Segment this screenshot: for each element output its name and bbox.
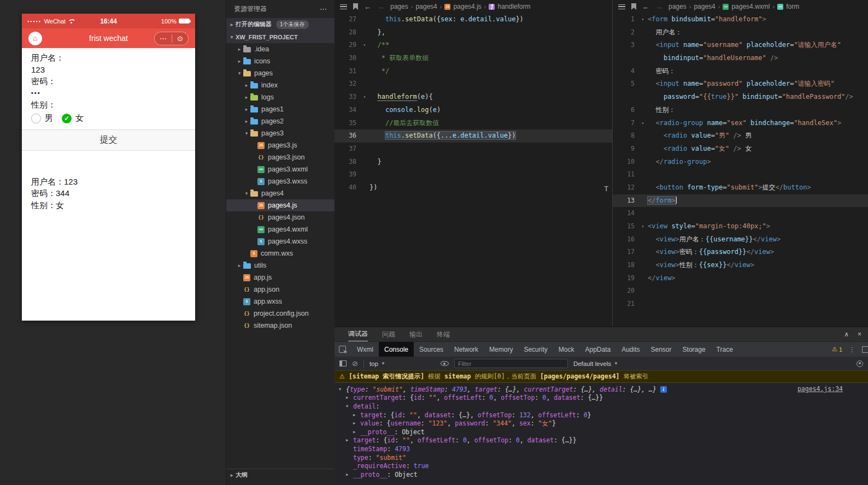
tree-item-pages3[interactable]: ▾pages3 [226, 127, 335, 139]
code-line[interactable]: bindinput="handleUsername" /> [613, 52, 868, 65]
breadcrumb-item[interactable]: pages4 [415, 3, 437, 10]
console-log-row[interactable]: _requireActive: true [335, 462, 868, 470]
tree-item-pages4.js[interactable]: JSpages4.js [226, 199, 335, 211]
code-line[interactable]: 35//最后去获取数值 [335, 117, 612, 130]
tree-item-logs[interactable]: ▸logs [226, 91, 335, 103]
live-expression-icon[interactable] [441, 360, 449, 367]
tree-item-sitemap.json[interactable]: {}sitemap.json [226, 320, 335, 332]
code-line[interactable]: 32 [335, 78, 612, 91]
more-menu-icon[interactable]: ⋯ [155, 32, 172, 45]
panel-tab-问题[interactable]: 问题 [382, 327, 395, 341]
code-line[interactable]: 11 [613, 168, 868, 181]
fold-chevron-icon[interactable]: ▾ [638, 220, 648, 233]
radio-male-unchecked[interactable] [31, 114, 41, 123]
code-line[interactable]: 39 [335, 168, 612, 181]
code-line[interactable]: 19</view> [613, 272, 868, 285]
tree-item-pages1[interactable]: ▸pages1 [226, 103, 335, 115]
devtools-tab-sources[interactable]: Sources [414, 342, 449, 357]
code-line[interactable]: 36this.setData({...e.detail.value}) [335, 129, 612, 143]
code-line[interactable]: 18<view>性别：{{sex}}</view> [613, 259, 868, 272]
devtools-tab-security[interactable]: Security [518, 342, 553, 357]
code-line[interactable]: 6性别： [613, 104, 868, 117]
code-line[interactable]: 3<input name="username" placeholder="请输入… [613, 39, 868, 52]
console-log-row[interactable]: ▶target: {id: "", offsetLeft: 0, offsetT… [335, 436, 868, 445]
breadcrumb-item[interactable]: pages4 [694, 3, 715, 10]
close-panel-icon[interactable]: × [858, 330, 861, 338]
devtools-tab-mock[interactable]: Mock [553, 342, 580, 357]
breadcrumb-item[interactable]: pages [390, 3, 408, 10]
fold-chevron-icon[interactable]: ▾ [638, 13, 648, 26]
source-link[interactable]: pages4.js:34 [797, 385, 843, 393]
code-line[interactable]: 38} [335, 156, 612, 169]
code-line[interactable]: 34console.log(e) [335, 104, 612, 117]
code-line[interactable]: 16<view>用户名：{{username}}</view> [613, 233, 868, 246]
expand-arrow-icon[interactable]: ▶ [353, 413, 360, 417]
console-log-row[interactable]: ▼{type: "submit", timeStamp: 4793, targe… [335, 385, 868, 394]
code-line[interactable]: password="{{true}}" bindinput="handlePas… [613, 91, 868, 104]
exit-icon[interactable]: ⊙ [172, 32, 188, 45]
bookmark-icon[interactable] [631, 3, 636, 10]
code-line[interactable]: 2用户名： [613, 26, 868, 39]
code-line[interactable]: 40}) [335, 181, 612, 194]
collapse-arrow-icon[interactable]: ▼ [339, 387, 346, 392]
console-log-row[interactable]: ▶value: {username: "123", password: "344… [335, 419, 868, 428]
tree-item-app.json[interactable]: {}app.json [226, 283, 335, 295]
tree-item-utils[interactable]: ▸utils [226, 259, 335, 271]
tree-item-pages4[interactable]: ▾pages4 [226, 187, 335, 199]
code-line[interactable]: 4密码： [613, 65, 868, 78]
log-levels-dropdown[interactable]: Default levels ▼ [573, 360, 618, 367]
devtools-tab-wxml[interactable]: Wxml [351, 342, 379, 357]
panel-tab-终端[interactable]: 终端 [437, 327, 450, 341]
outline-section[interactable]: ▸ 大纲 [226, 469, 335, 481]
password-input[interactable]: ••• [31, 87, 186, 99]
collapse-panel-icon[interactable]: ∧ [844, 330, 849, 338]
tree-item-pages2[interactable]: ▸pages2 [226, 115, 335, 127]
devtools-tab-audits[interactable]: Audits [616, 342, 645, 357]
explorer-more-icon[interactable]: ⋯ [320, 5, 327, 13]
open-editors-section[interactable]: ▸ 打开的编辑器 1个未保存 [226, 18, 335, 31]
warning-count-badge[interactable]: ⚠1 [832, 346, 842, 353]
code-line[interactable]: 17<view>密码：{{password}}</view> [613, 246, 868, 259]
clear-console-icon[interactable]: ⊘ [352, 360, 358, 367]
breadcrumb-item[interactable]: pages4.js [453, 3, 481, 10]
devtools-tab-sensor[interactable]: Sensor [646, 342, 677, 357]
code-line[interactable]: 14 [613, 207, 868, 220]
tree-item-index[interactable]: ▸index [226, 79, 335, 91]
panel-tab-输出[interactable]: 输出 [409, 327, 423, 341]
code-line[interactable]: 31*/ [335, 65, 612, 78]
tree-item-pages4.wxss[interactable]: Spages4.wxss [226, 235, 335, 247]
devtools-tab-console[interactable]: Console [379, 342, 414, 357]
breadcrumb-item[interactable]: pages [668, 3, 687, 10]
username-input[interactable]: 123 [31, 64, 186, 76]
devtools-tab-storage[interactable]: Storage [677, 342, 711, 357]
tree-item-icons[interactable]: ▸icons [226, 55, 335, 67]
devtools-tab-memory[interactable]: Memory [484, 342, 518, 357]
code-line[interactable]: 28}, [335, 26, 612, 39]
info-icon[interactable]: i [660, 386, 667, 393]
bookmark-icon[interactable] [353, 3, 358, 10]
tree-item-app.wxss[interactable]: Sapp.wxss [226, 295, 335, 307]
inspect-element-icon[interactable] [339, 346, 346, 353]
forward-icon[interactable]: → [377, 3, 384, 11]
home-button[interactable]: ⌂ [28, 32, 42, 45]
tree-item-pages4.json[interactable]: {}pages4.json [226, 211, 335, 223]
panel-tab-调试器[interactable]: 调试器 [348, 327, 368, 341]
code-line[interactable]: 12<button form-type="submit">提交</button> [613, 181, 868, 194]
expand-arrow-icon[interactable]: ▶ [346, 438, 353, 442]
dock-icon[interactable] [862, 346, 868, 353]
tree-item-pages[interactable]: ▾pages [226, 67, 335, 79]
devtools-tab-trace[interactable]: Trace [711, 342, 738, 357]
code-line[interactable]: 15▾<view style="margin-top:40px;"> [613, 220, 868, 233]
code-line[interactable]: 20 [613, 285, 868, 298]
fold-chevron-icon[interactable]: ▾ [638, 117, 648, 130]
collapse-arrow-icon[interactable]: ▼ [346, 404, 353, 409]
code-line[interactable]: 10</radio-group> [613, 156, 868, 169]
code-line[interactable]: 37 [335, 143, 612, 156]
code-line[interactable]: 1▾<form bindsubmit="handleform"> [613, 13, 868, 26]
code-line[interactable]: 7▾<radio-group name="sex" bindchange="ha… [613, 117, 868, 130]
code-line[interactable]: 5<input name="password" placeholder="请输入… [613, 78, 868, 91]
tree-item-comm.wxs[interactable]: Scomm.wxs [226, 247, 335, 259]
tree-item-pages3.wxss[interactable]: Spages3.wxss [226, 175, 335, 187]
tree-item-pages4.wxml[interactable]: <>pages4.wxml [226, 223, 335, 235]
code-line[interactable]: 8<radio value="男" /> 男 [613, 129, 868, 143]
